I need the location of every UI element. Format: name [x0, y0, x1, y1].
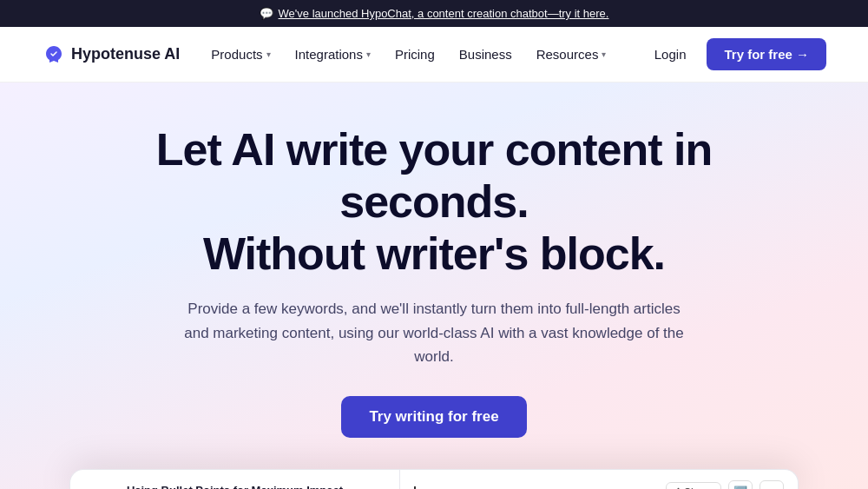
nav-item-resources[interactable]: Resources ▾	[526, 40, 617, 69]
nav-item-products[interactable]: Products ▾	[201, 40, 280, 69]
hero-section: Let AI write your content in seconds. Wi…	[0, 83, 868, 489]
login-button[interactable]: Login	[641, 40, 700, 69]
announcement-bar: 💬 We've launched HypoChat, a content cre…	[0, 0, 868, 27]
hero-subtext: Provide a few keywords, and we'll instan…	[182, 297, 686, 368]
chevron-down-icon: ▾	[366, 50, 371, 59]
nav-item-business[interactable]: Business	[449, 40, 523, 69]
hero-cta-button[interactable]: Try writing for free	[341, 396, 526, 438]
logo[interactable]: Hypotenuse AI	[42, 43, 180, 67]
nav-integrations-label: Integrations	[295, 47, 363, 62]
logo-text: Hypotenuse AI	[71, 45, 180, 63]
nav-item-pricing[interactable]: Pricing	[385, 40, 445, 69]
share-button[interactable]: ⤴ Share	[666, 482, 721, 489]
logo-icon	[42, 43, 66, 67]
nav-resources-label: Resources	[536, 47, 599, 62]
try-for-free-button[interactable]: Try for free →	[707, 38, 826, 70]
chevron-down-icon: ▾	[602, 50, 606, 59]
translate-button[interactable]: 🔤	[728, 480, 753, 489]
hero-headline: Let AI write your content in seconds. Wi…	[87, 124, 781, 280]
nav-products-label: Products	[211, 47, 262, 62]
chevron-down-icon: ▾	[266, 50, 271, 59]
demo-toolbar-top: ⤴ Share 🔤 +	[414, 480, 784, 489]
toolbar-right-actions: ⤴ Share 🔤 +	[666, 480, 784, 489]
demo-article-title: Using Bullet Points for Maximum Impact	[84, 484, 385, 489]
nav-business-label: Business	[459, 47, 512, 62]
plus-icon: +	[768, 486, 775, 489]
nav-pricing-label: Pricing	[395, 47, 435, 62]
navbar: Hypotenuse AI Products ▾ Integrations ▾ …	[0, 27, 868, 83]
demo-left-panel: Using Bullet Points for Maximum Impact ✓…	[70, 470, 400, 489]
nav-item-integrations[interactable]: Integrations ▾	[285, 40, 381, 69]
add-button[interactable]: +	[760, 480, 784, 489]
demo-card: Using Bullet Points for Maximum Impact ✓…	[69, 469, 799, 489]
hero-headline-line1: Let AI write your content in seconds.	[156, 124, 712, 227]
nav-links: Products ▾ Integrations ▾ Pricing Busine…	[201, 40, 640, 69]
editor-cursor-area	[414, 485, 423, 489]
translate-icon: 🔤	[733, 486, 747, 489]
demo-right-panel: ⤴ Share 🔤 + B I U H1 H2 H3 ≡	[400, 470, 798, 489]
announcement-link[interactable]: We've launched HypoChat, a content creat…	[279, 7, 609, 20]
announcement-icon: 💬	[260, 7, 273, 20]
hero-headline-line2: Without writer's block.	[203, 228, 665, 279]
nav-right: Login Try for free →	[641, 38, 826, 70]
